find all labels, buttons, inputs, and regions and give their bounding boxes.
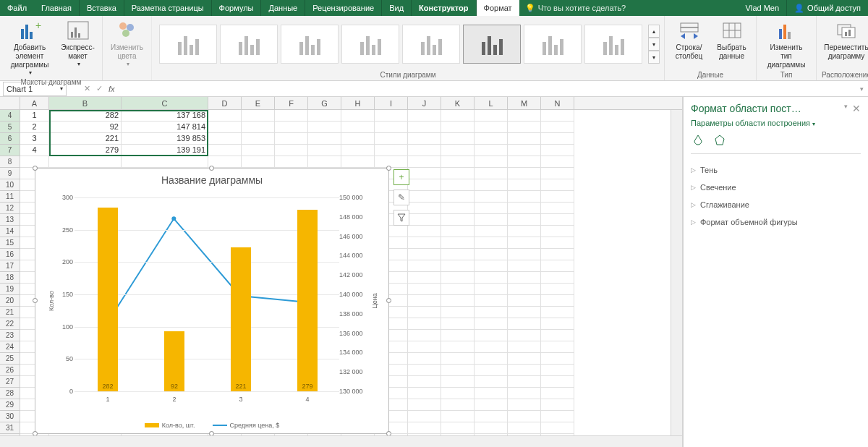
cell[interactable] [441, 249, 475, 260]
cell[interactable] [541, 168, 574, 179]
row-header[interactable]: 19 [0, 284, 20, 295]
pane-menu-icon[interactable]: ▾ [844, 103, 848, 114]
close-icon[interactable]: ✕ [852, 103, 861, 114]
cell[interactable] [341, 122, 375, 133]
cell[interactable] [508, 203, 541, 214]
cell[interactable] [441, 237, 475, 249]
cell[interactable] [341, 110, 375, 122]
row-header[interactable]: 16 [0, 249, 20, 260]
cell[interactable] [508, 330, 541, 341]
switch-row-column-button[interactable]: Строка/столбец [669, 17, 709, 62]
cell[interactable] [541, 226, 574, 237]
cell[interactable] [441, 110, 475, 122]
cell[interactable] [508, 260, 541, 272]
col-header-K[interactable]: K [441, 97, 475, 109]
cell[interactable] [408, 249, 441, 260]
row-header[interactable]: 27 [0, 376, 20, 388]
move-chart-button[interactable]: Переместить диаграмму [821, 17, 868, 62]
cell[interactable] [375, 110, 408, 122]
cell[interactable] [541, 156, 574, 168]
cell[interactable] [441, 226, 475, 237]
tell-me-search[interactable]: 💡 Что вы хотите сделать? [519, 0, 739, 16]
cell[interactable]: 2 [20, 122, 49, 133]
pane-section[interactable]: ▷Сглаживание [691, 196, 861, 213]
cell[interactable] [541, 422, 574, 434]
cell[interactable] [275, 122, 308, 133]
cell[interactable] [541, 203, 574, 214]
cell[interactable] [508, 272, 541, 284]
row-header[interactable]: 5 [0, 122, 20, 133]
cell[interactable] [508, 214, 541, 226]
row-header[interactable]: 23 [0, 330, 20, 341]
col-header-N[interactable]: N [541, 97, 574, 109]
cell[interactable] [541, 237, 574, 249]
cell[interactable] [275, 133, 308, 145]
cell[interactable] [242, 156, 275, 168]
cell[interactable] [541, 214, 574, 226]
cell[interactable] [541, 110, 574, 122]
tab-home[interactable]: Главная [34, 0, 80, 16]
cell[interactable] [408, 191, 441, 203]
cell[interactable] [441, 330, 475, 341]
cell[interactable] [408, 411, 441, 422]
row-header[interactable]: 24 [0, 341, 20, 353]
effects-icon[interactable] [712, 133, 727, 148]
cell[interactable] [508, 295, 541, 307]
row-header[interactable]: 31 [0, 422, 20, 434]
cell[interactable] [408, 284, 441, 295]
row-header[interactable]: 9 [0, 168, 20, 179]
cell[interactable] [441, 145, 475, 156]
cell[interactable] [475, 156, 508, 168]
cell[interactable] [441, 284, 475, 295]
cell[interactable] [508, 341, 541, 353]
cell[interactable]: 137 168 [122, 110, 208, 122]
row-header[interactable]: 18 [0, 272, 20, 284]
cell[interactable] [408, 133, 441, 145]
cell[interactable]: 279 [49, 145, 122, 156]
tab-insert[interactable]: Вставка [80, 0, 124, 16]
tab-view[interactable]: Вид [382, 0, 412, 16]
cell[interactable] [441, 122, 475, 133]
tab-page-layout[interactable]: Разметка страницы [124, 0, 212, 16]
row-header[interactable]: 30 [0, 411, 20, 422]
cell[interactable] [541, 145, 574, 156]
row-header[interactable]: 6 [0, 133, 20, 145]
cell[interactable] [122, 156, 208, 168]
cell[interactable] [441, 365, 475, 376]
cell[interactable] [242, 133, 275, 145]
cell[interactable] [441, 260, 475, 272]
cell[interactable] [441, 295, 475, 307]
cell[interactable] [475, 388, 508, 399]
cell[interactable] [508, 353, 541, 365]
cell[interactable] [541, 249, 574, 260]
cell[interactable] [408, 168, 441, 179]
cell[interactable] [441, 156, 475, 168]
change-colors-button[interactable]: Изменить цвета▾ [107, 17, 147, 69]
cell[interactable] [308, 133, 341, 145]
cell[interactable] [242, 145, 275, 156]
cell[interactable] [408, 295, 441, 307]
horizontal-scrollbar[interactable] [0, 435, 682, 447]
cell[interactable] [408, 145, 441, 156]
resize-handle[interactable] [386, 166, 391, 171]
cell[interactable] [275, 145, 308, 156]
cell[interactable] [508, 365, 541, 376]
cell[interactable] [508, 376, 541, 388]
resize-handle[interactable] [209, 166, 214, 171]
user-label[interactable]: Vlad Men [739, 0, 786, 16]
cell[interactable] [341, 133, 375, 145]
cell[interactable] [508, 179, 541, 191]
cell[interactable] [541, 365, 574, 376]
cell[interactable] [49, 156, 122, 168]
cell[interactable] [541, 318, 574, 330]
cell[interactable] [475, 249, 508, 260]
styles-scroll-down[interactable]: ▾ [648, 38, 660, 51]
bar[interactable]: 221 [231, 247, 251, 391]
cell[interactable] [475, 376, 508, 388]
cell[interactable] [508, 133, 541, 145]
chart-style-2[interactable] [220, 25, 278, 64]
col-header-L[interactable]: L [475, 97, 508, 109]
cell[interactable] [408, 203, 441, 214]
cell[interactable] [541, 353, 574, 365]
cell[interactable] [441, 411, 475, 422]
